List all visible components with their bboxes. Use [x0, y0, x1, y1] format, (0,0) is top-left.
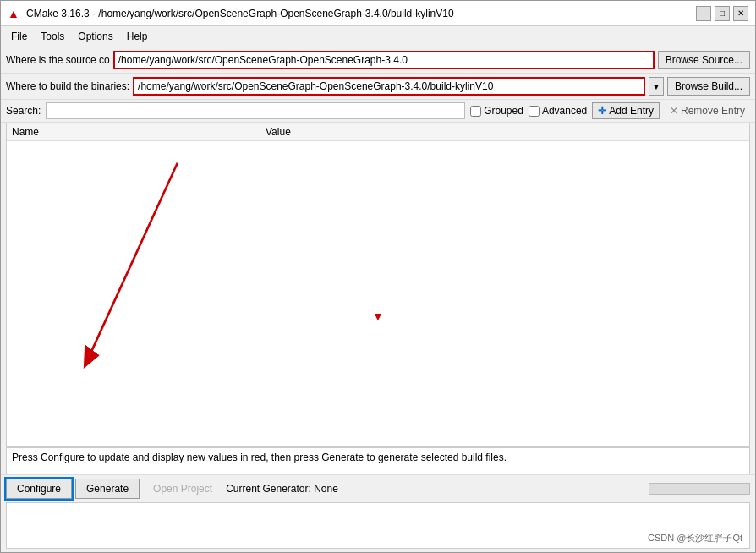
plus-icon: ✛ — [598, 105, 606, 117]
svg-line-0 — [88, 163, 178, 359]
search-label: Search: — [6, 105, 41, 117]
col-name-header: Name — [12, 126, 266, 138]
current-generator-label: Current Generator: None — [226, 483, 645, 495]
build-path-dropdown[interactable]: ▼ — [649, 77, 664, 96]
bottom-bar: Configure Generate Open Project Current … — [1, 474, 755, 502]
menu-file[interactable]: File — [4, 28, 34, 45]
build-label: Where to build the binaries: — [6, 80, 129, 92]
build-row: Where to build the binaries: ▼ Browse Bu… — [1, 74, 755, 100]
annotation-arrow — [7, 141, 749, 446]
source-label: Where is the source co — [6, 54, 110, 66]
menu-bar: File Tools Options Help — [1, 26, 755, 47]
remove-entry-button[interactable]: ✕ Remove Entry — [665, 102, 750, 119]
app-logo: ▲ — [8, 7, 21, 20]
col-value-header: Value — [266, 126, 744, 138]
table-body: ▼ — [7, 141, 749, 446]
remove-entry-label: Remove Entry — [681, 105, 745, 117]
grouped-checkbox[interactable] — [470, 106, 481, 117]
source-row: Where is the source co Browse Source... — [1, 47, 755, 74]
source-path-input[interactable] — [113, 51, 655, 69]
close-button[interactable]: ✕ — [733, 6, 748, 21]
advanced-label: Advanced — [542, 105, 587, 117]
grouped-checkbox-group: Grouped — [470, 105, 523, 117]
browse-build-button[interactable]: Browse Build... — [667, 77, 750, 96]
output-area: CSDN @长沙红胖子Qt — [6, 502, 750, 549]
table-header: Name Value — [7, 123, 749, 141]
watermark: CSDN @长沙红胖子Qt — [648, 532, 742, 545]
x-remove-icon: ✕ — [670, 105, 678, 117]
progress-bar — [649, 483, 750, 495]
grouped-label: Grouped — [484, 105, 523, 117]
main-window: ▲ CMake 3.16.3 - /home/yang/work/src/Ope… — [0, 0, 756, 553]
search-input[interactable] — [46, 102, 465, 119]
open-project-button[interactable]: Open Project — [143, 479, 222, 498]
title-bar: ▲ CMake 3.16.3 - /home/yang/work/src/Ope… — [1, 1, 755, 26]
advanced-checkbox-group: Advanced — [529, 105, 587, 117]
maximize-button[interactable]: □ — [715, 6, 730, 21]
generate-button[interactable]: Generate — [75, 479, 140, 499]
minimize-button[interactable]: — — [696, 6, 711, 21]
window-controls: — □ ✕ — [696, 6, 748, 21]
menu-options[interactable]: Options — [71, 28, 119, 45]
advanced-checkbox[interactable] — [529, 106, 540, 117]
menu-help[interactable]: Help — [120, 28, 155, 45]
add-entry-button[interactable]: ✛ Add Entry — [592, 102, 660, 119]
browse-source-button[interactable]: Browse Source... — [658, 51, 750, 69]
build-path-input[interactable] — [133, 77, 645, 96]
window-title: CMake 3.16.3 - /home/yang/work/src/OpenS… — [26, 8, 691, 19]
log-message: Press Configure to update and display ne… — [12, 452, 507, 463]
log-area: Press Configure to update and display ne… — [6, 447, 750, 474]
add-entry-label: Add Entry — [609, 105, 654, 117]
configure-button[interactable]: Configure — [6, 479, 72, 499]
down-triangle-indicator: ▼ — [372, 309, 384, 323]
menu-tools[interactable]: Tools — [34, 28, 71, 45]
cmake-table: Name Value ▼ — [6, 123, 750, 447]
search-row: Search: Grouped Advanced ✛ Add Entry ✕ R… — [1, 100, 755, 123]
